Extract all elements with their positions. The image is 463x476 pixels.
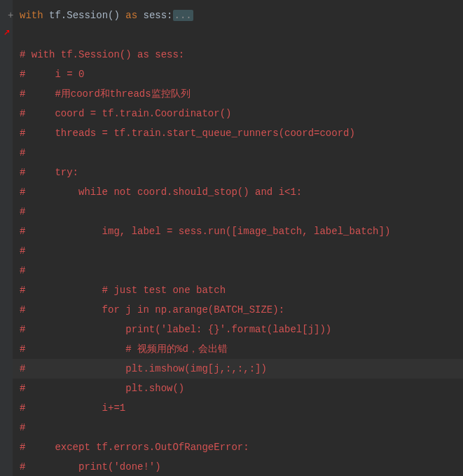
code-line[interactable]: # coord = tf.train.Coordinator(): [20, 104, 463, 123]
code-line[interactable]: # plt.show(): [20, 379, 463, 398]
comment-text: # #用coord和threads监控队列: [20, 88, 191, 100]
keyword-with: with: [20, 10, 43, 21]
code-line[interactable]: # with tf.Session() as sess:: [20, 45, 463, 64]
code-line[interactable]: #: [20, 418, 463, 437]
comment-text: # with tf.Session() as sess:: [20, 49, 184, 60]
comment-text: #: [20, 245, 25, 257]
code-text: .: [61, 10, 67, 21]
code-line[interactable]: # #用coord和threads监控队列: [20, 84, 463, 104]
code-text: tf: [43, 10, 61, 21]
code-line[interactable]: # try:: [20, 163, 463, 182]
code-line[interactable]: # # 视频用的%d，会出错: [20, 339, 463, 359]
code-line[interactable]: # print('done!'): [20, 457, 463, 476]
code-text: sess: [137, 10, 167, 21]
code-line[interactable]: # while not coord.should_stop() and i<1:: [20, 182, 463, 202]
comment-text: # coord = tf.train.Coordinator(): [20, 108, 231, 119]
code-editor[interactable]: +with tf.Session() as sess:... # with tf…: [0, 0, 463, 476]
code-line[interactable]: #: [20, 202, 463, 222]
code-line[interactable]: # i = 0: [20, 64, 463, 84]
code-line[interactable]: #: [20, 143, 463, 163]
comment-text: # # just test one batch: [20, 285, 226, 296]
comment-text: # print('label: {}'.format(label[j])): [20, 324, 331, 335]
code-line[interactable]: #: [20, 261, 463, 280]
comment-text: # except tf.errors.OutOfRangeError:: [20, 442, 249, 453]
code-text: Session: [67, 10, 108, 21]
code-line[interactable]: # # just test one batch: [20, 280, 463, 300]
fold-plus-icon[interactable]: +: [8, 6, 13, 25]
folded-code-indicator[interactable]: ...: [173, 10, 193, 21]
code-text: :: [167, 10, 172, 21]
code-line[interactable]: [20, 25, 463, 45]
comment-text: # i+=1: [20, 402, 125, 414]
comment-text: # while not coord.should_stop() and i<1:: [20, 186, 302, 198]
code-line[interactable]: # except tf.errors.OutOfRangeError:: [20, 437, 463, 457]
code-line[interactable]: # img, label = sess.run([image_batch, la…: [20, 222, 463, 241]
code-line[interactable]: +with tf.Session() as sess:...: [20, 6, 463, 25]
comment-text: # img, label = sess.run([image_batch, la…: [20, 226, 390, 237]
code-text: (): [108, 10, 120, 21]
comment-text: #: [20, 147, 25, 158]
comment-text: # print('done!'): [20, 461, 161, 472]
code-line[interactable]: # print('label: {}'.format(label[j])): [20, 320, 463, 339]
comment-text: # i = 0: [20, 69, 84, 80]
comment-text: #: [20, 206, 25, 217]
code-line[interactable]: # for j in np.arange(BATCH_SIZE):: [20, 300, 463, 320]
code-line-current[interactable]: # plt.imshow(img[j,:,:,:]): [0, 359, 463, 379]
comment-text: # threads = tf.train.start_queue_runners…: [20, 128, 355, 139]
comment-text: #: [20, 265, 25, 276]
comment-text: #: [20, 422, 25, 433]
comment-text: # plt.show(): [20, 383, 184, 394]
comment-text: # # 视频用的%d，会出错: [20, 344, 228, 355]
comment-text: # try:: [20, 167, 78, 178]
code-line[interactable]: #: [20, 241, 463, 261]
editor-gutter[interactable]: [0, 0, 13, 476]
code-line[interactable]: # i+=1: [20, 398, 463, 418]
code-line[interactable]: # threads = tf.train.start_queue_runners…: [20, 123, 463, 143]
comment-text: # plt.imshow(img[j,:,:,:]): [20, 363, 267, 374]
keyword-as: as: [120, 10, 137, 21]
comment-text: # for j in np.arange(BATCH_SIZE):: [20, 304, 284, 315]
